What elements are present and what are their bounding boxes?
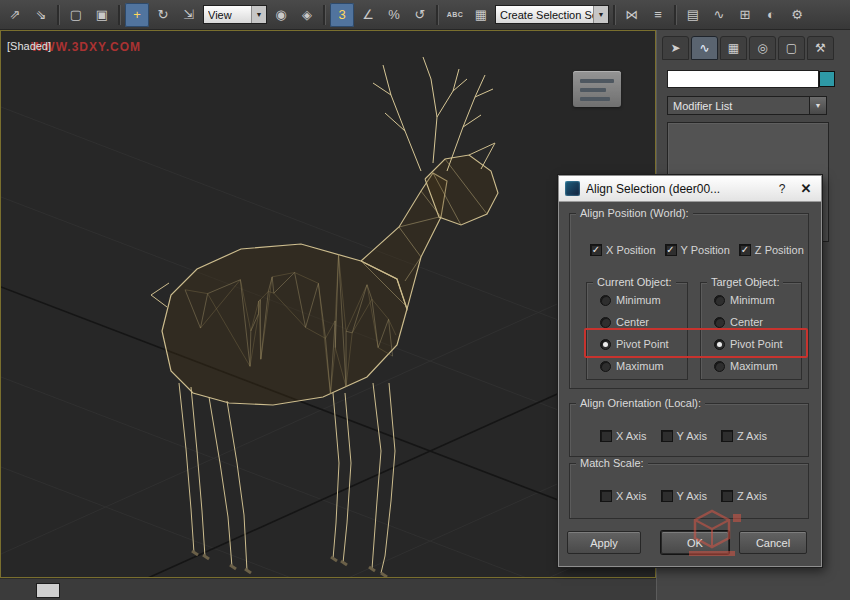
tab-create[interactable]: ➤ — [662, 36, 689, 60]
cancel-button[interactable]: Cancel — [739, 531, 807, 554]
select-and-scale-icon[interactable]: ⇲ — [177, 3, 201, 27]
current-object-group-label: Current Object: — [593, 276, 676, 288]
target-pivot-point-option[interactable]: Pivot Point — [701, 333, 801, 355]
toolbar-separator — [57, 5, 60, 25]
select-and-manipulate-icon[interactable]: ◈ — [295, 3, 319, 27]
material-editor-icon[interactable]: ◐ — [759, 3, 783, 27]
tab-utilities[interactable]: ⚒ — [807, 36, 834, 60]
orientation-x-axis-checkbox[interactable] — [600, 430, 612, 442]
scale-x-axis-checkbox[interactable] — [600, 490, 612, 502]
reference-coordinate-system-dropdown[interactable]: View▼ — [203, 5, 267, 24]
close-icon[interactable]: ✕ — [797, 180, 815, 198]
orientation-z-axis-checkbox[interactable] — [721, 430, 733, 442]
scale-z-axis-checkbox[interactable] — [721, 490, 733, 502]
edit-named-selection-sets-icon[interactable]: ▦ — [469, 3, 493, 27]
modifier-list-label: Modifier List — [673, 100, 732, 112]
target-pivot-point-radio[interactable] — [714, 339, 725, 350]
target-center-option[interactable]: Center — [701, 311, 801, 333]
z-position-label: Z Position — [755, 244, 804, 256]
angle-snap-toggle-icon[interactable]: ∠ — [356, 3, 380, 27]
toolbar-items: ⇗⇘▢▣+↻⇲View▼◉◈3∠%↺ABC▦Create Selection S… — [3, 3, 847, 27]
tab-motion[interactable]: ◎ — [749, 36, 776, 60]
orientation-y-axis-label: Y Axis — [677, 430, 707, 442]
current-pivot-point-radio[interactable] — [600, 339, 611, 350]
x-position-checkbox[interactable] — [590, 244, 602, 256]
z-position-checkbox[interactable] — [739, 244, 751, 256]
curve-editor-icon[interactable]: ∿ — [707, 3, 731, 27]
logo-bar — [580, 88, 606, 92]
target-minimum-option[interactable]: Minimum — [701, 289, 801, 311]
named-selection-set-dropdown-value: Create Selection Se — [500, 9, 593, 21]
select-and-move-icon[interactable]: + — [125, 3, 149, 27]
keyboard-override-toggle-icon[interactable]: ABC — [443, 3, 467, 27]
current-minimum-radio[interactable] — [600, 295, 611, 306]
named-selection-set-dropdown[interactable]: Create Selection Se▼ — [495, 5, 609, 24]
y-position-label: Y Position — [681, 244, 730, 256]
align-icon[interactable]: ≡ — [646, 3, 670, 27]
status-bar — [0, 578, 656, 600]
scale-x-axis-label: X Axis — [616, 490, 647, 502]
chevron-down-icon[interactable]: ▼ — [809, 97, 826, 114]
tab-modify[interactable]: ∿ — [691, 36, 718, 60]
target-maximum-radio[interactable] — [714, 361, 725, 372]
current-maximum-option[interactable]: Maximum — [587, 355, 687, 377]
help-button[interactable]: ? — [773, 180, 791, 198]
target-maximum-option[interactable]: Maximum — [701, 355, 801, 377]
object-color-swatch[interactable] — [819, 71, 835, 87]
toolbar-separator — [323, 5, 326, 25]
spinner-snap-toggle-icon[interactable]: ↺ — [408, 3, 432, 27]
rectangular-selection-region-icon[interactable]: ▢ — [64, 3, 88, 27]
tab-display[interactable]: ▢ — [778, 36, 805, 60]
apply-button[interactable]: Apply — [567, 531, 641, 554]
target-minimum-label: Minimum — [730, 294, 775, 306]
dialog-title-bar[interactable]: Align Selection (deer00... ? ✕ — [559, 176, 821, 202]
scale-y-axis-checkbox[interactable] — [661, 490, 673, 502]
schematic-view-icon[interactable]: ⊞ — [733, 3, 757, 27]
select-and-rotate-icon[interactable]: ↻ — [151, 3, 175, 27]
viewport-watermark-logo — [573, 71, 621, 107]
orientation-y-axis-checkbox[interactable] — [661, 430, 673, 442]
mirror-icon[interactable]: ⋈ — [620, 3, 644, 27]
maxscript-mini-listener[interactable] — [36, 583, 60, 598]
chevron-down-icon[interactable]: ▼ — [593, 6, 608, 23]
unlink-selection-icon[interactable]: ⇘ — [29, 3, 53, 27]
modifier-list-dropdown[interactable]: Modifier List ▼ — [667, 96, 827, 115]
toolbar-separator — [674, 5, 677, 25]
main-toolbar: ⇗⇘▢▣+↻⇲View▼◉◈3∠%↺ABC▦Create Selection S… — [0, 0, 850, 30]
match-scale-group-label: Match Scale: — [576, 457, 648, 469]
orientation-z-axis-label: Z Axis — [737, 430, 767, 442]
scale-y-axis-label: Y Axis — [677, 490, 707, 502]
current-object-group: Current Object: Minimum Center Pivot Poi… — [586, 282, 688, 380]
tab-hierarchy[interactable]: ▦ — [720, 36, 747, 60]
current-center-option[interactable]: Center — [587, 311, 687, 333]
command-panel-tabs: ➤∿▦◎▢⚒ — [662, 36, 834, 60]
viewport-canvas — [1, 31, 655, 577]
object-name-field[interactable] — [667, 70, 819, 88]
viewport-shading-label[interactable]: [Shaded] — [7, 40, 51, 52]
current-minimum-label: Minimum — [616, 294, 661, 306]
current-minimum-option[interactable]: Minimum — [587, 289, 687, 311]
use-pivot-point-center-icon[interactable]: ◉ — [269, 3, 293, 27]
align-orientation-group-label: Align Orientation (Local): — [576, 397, 705, 409]
logo-bar — [580, 79, 614, 83]
window-crossing-selection-icon[interactable]: ▣ — [90, 3, 114, 27]
select-and-link-icon[interactable]: ⇗ — [3, 3, 27, 27]
current-center-radio[interactable] — [600, 317, 611, 328]
percent-snap-toggle-icon[interactable]: % — [382, 3, 406, 27]
current-maximum-radio[interactable] — [600, 361, 611, 372]
target-minimum-radio[interactable] — [714, 295, 725, 306]
match-scale-group: Match Scale: X Axis Y Axis Z Axis — [569, 463, 809, 519]
target-center-radio[interactable] — [714, 317, 725, 328]
current-pivot-point-label: Pivot Point — [616, 338, 669, 350]
target-object-group: Target Object: Minimum Center Pivot Poin… — [700, 282, 802, 380]
align-position-group: Align Position (World): X Position Y Pos… — [569, 213, 809, 389]
snaps-toggle-icon[interactable]: 3 — [330, 3, 354, 27]
layer-manager-icon[interactable]: ▤ — [681, 3, 705, 27]
render-setup-icon[interactable]: ⚙ — [785, 3, 809, 27]
chevron-down-icon[interactable]: ▼ — [251, 6, 266, 23]
ok-button[interactable]: OK — [661, 531, 729, 554]
y-position-checkbox[interactable] — [665, 244, 677, 256]
scale-z-axis-label: Z Axis — [737, 490, 767, 502]
current-pivot-point-option[interactable]: Pivot Point — [587, 333, 687, 355]
reference-coordinate-system-dropdown-value: View — [208, 9, 251, 21]
